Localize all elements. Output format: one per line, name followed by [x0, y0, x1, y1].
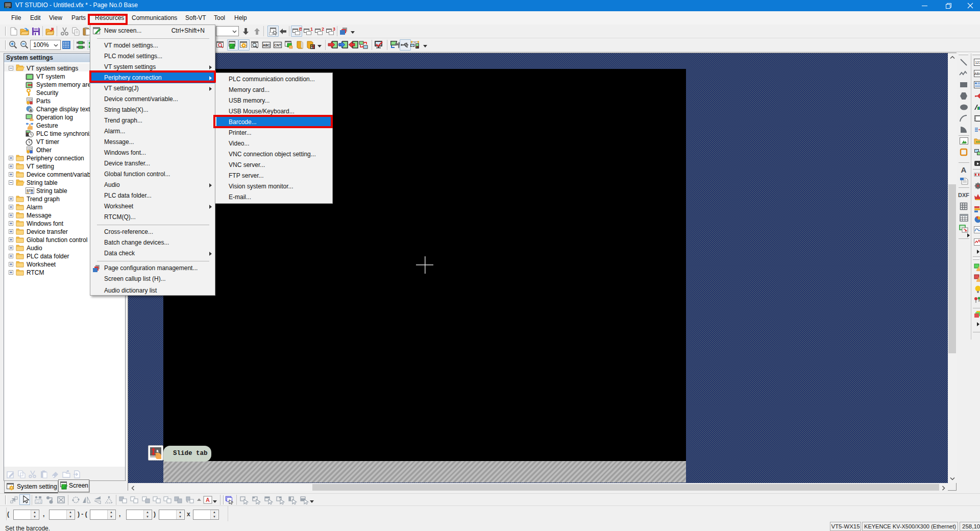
svg-text:123: 123 — [27, 98, 32, 101]
svg-text:B: B — [299, 27, 302, 32]
svg-text:1: 1 — [310, 27, 313, 32]
svg-text:ABC: ABC — [974, 72, 980, 76]
svg-text:ABC: ABC — [263, 43, 270, 47]
svg-text:123: 123 — [975, 61, 980, 64]
svg-text:123: 123 — [36, 500, 41, 503]
svg-text:STR: STR — [27, 189, 33, 192]
svg-text:123: 123 — [27, 147, 32, 150]
svg-text:CNT: CNT — [274, 43, 281, 47]
svg-text:3: 3 — [333, 27, 335, 32]
svg-text:A: A — [206, 497, 210, 503]
svg-text:A: A — [30, 108, 33, 113]
svg-text:2: 2 — [322, 27, 324, 32]
